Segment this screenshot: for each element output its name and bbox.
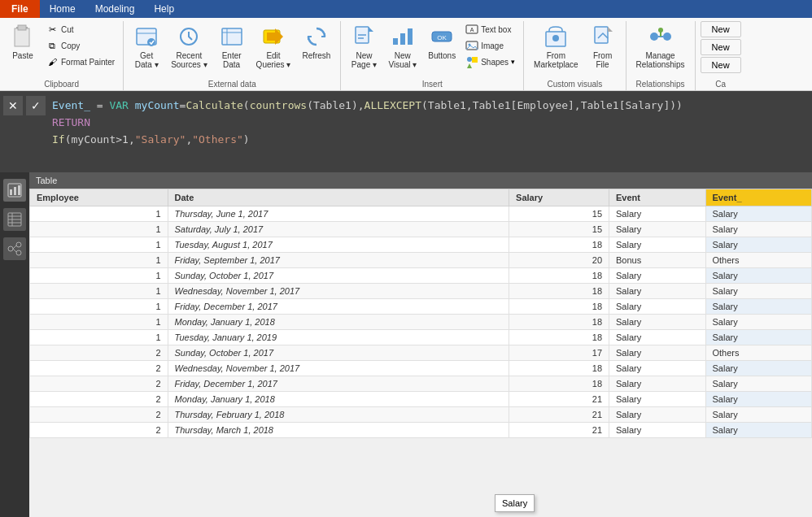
table-row: 1 Monday, January 1, 2018 18 Salary Sala… [30, 315, 812, 330]
cell-event: Bonus [609, 253, 705, 268]
cell-date: Friday, September 1, 2017 [168, 253, 509, 268]
modeling-tab[interactable]: Modeling [85, 0, 145, 18]
cell-event_: Salary [705, 392, 812, 407]
refresh-button[interactable]: Refresh [297, 21, 335, 63]
col-header-salary: Salary [509, 189, 609, 206]
cell-event: Salary [609, 206, 705, 222]
paste-button[interactable]: Paste [5, 21, 41, 63]
cell-salary: 21 [509, 423, 609, 438]
table-row: 2 Thursday, March 1, 2018 21 Salary Sala… [30, 423, 812, 438]
cell-employee: 2 [30, 423, 168, 438]
cell-date: Thursday, June 1, 2017 [168, 206, 509, 222]
cell-salary: 18 [509, 330, 609, 345]
cell-event: Salary [609, 345, 705, 361]
help-tab[interactable]: Help [144, 0, 184, 18]
cell-event: Salary [609, 407, 705, 423]
cell-salary: 18 [509, 315, 609, 330]
cut-button[interactable]: ✂ Cut [42, 21, 118, 37]
insert-label: Insert [422, 77, 443, 90]
new-visual-button[interactable]: New Visual ▾ [383, 21, 421, 72]
cell-event: Salary [609, 237, 705, 253]
enter-data-button[interactable]: Enter Data [214, 21, 250, 72]
left-sidebar [0, 172, 29, 517]
image-button[interactable]: Image [462, 37, 518, 54]
shapes-icon [465, 55, 478, 68]
new3-button[interactable]: New [701, 57, 741, 73]
svg-point-5 [147, 38, 155, 46]
cell-tooltip: Salary [495, 494, 535, 512]
svg-rect-2 [18, 25, 26, 30]
svg-text:A: A [470, 27, 474, 33]
format-painter-label: Format Painter [61, 58, 115, 67]
cell-date: Wednesday, November 1, 2017 [168, 284, 509, 299]
formula-confirm-button[interactable]: ✓ [26, 96, 46, 115]
svg-text:OK: OK [437, 34, 447, 41]
cell-date: Wednesday, November 1, 2017 [168, 361, 509, 376]
manage-relationships-button[interactable]: Manage Relationships [631, 21, 690, 72]
cell-event_: Salary [705, 299, 812, 315]
cell-event: Salary [609, 361, 705, 376]
image-label: Image [481, 41, 504, 50]
table-row: 1 Tuesday, January 1, 2019 18 Salary Sal… [30, 330, 812, 345]
from-marketplace-button[interactable]: From Marketplace [529, 21, 583, 72]
svg-marker-25 [467, 63, 472, 68]
edit-queries-label: Edit Queries ▾ [256, 51, 291, 69]
edit-queries-button[interactable]: Edit Queries ▾ [251, 21, 296, 72]
new-visual-label: New Visual ▾ [388, 51, 417, 69]
cell-employee: 2 [30, 376, 168, 392]
cut-label: Cut [61, 25, 74, 34]
cell-event: Salary [609, 376, 705, 392]
external-data-section: Get Data ▾ Recent Sources ▾ Enter Data E… [124, 21, 341, 90]
buttons-button[interactable]: OK Buttons [423, 21, 461, 63]
cell-event_: Salary [705, 284, 812, 299]
new2-button[interactable]: New [701, 39, 741, 55]
new1-button[interactable]: New [701, 21, 741, 37]
table-tab[interactable]: Table [36, 176, 57, 185]
recent-sources-icon [176, 24, 202, 50]
svg-rect-35 [10, 189, 12, 195]
table-row: 1 Friday, December 1, 2017 18 Salary Sal… [30, 299, 812, 315]
formula-cancel-button[interactable]: ✕ [3, 96, 23, 115]
buttons-icon: OK [429, 24, 455, 50]
svg-point-45 [16, 250, 21, 255]
copy-button[interactable]: ⧉ Copy [42, 37, 118, 54]
new-page-button[interactable]: New Page ▾ [346, 21, 382, 72]
report-view-icon[interactable] [3, 179, 26, 202]
shapes-button[interactable]: Shapes ▾ [462, 54, 518, 70]
copy-label: Copy [61, 41, 80, 50]
table-row: 2 Sunday, October 1, 2017 17 Salary Othe… [30, 345, 812, 361]
recent-sources-button[interactable]: Recent Sources ▾ [166, 21, 212, 72]
cell-date: Sunday, October 1, 2017 [168, 268, 509, 284]
data-view-icon[interactable] [3, 208, 26, 231]
cell-event_: Salary [705, 268, 812, 284]
table-container[interactable]: Employee Date Salary Event Event_ 1 Thur… [29, 189, 812, 517]
cell-event: Salary [609, 392, 705, 407]
get-data-button[interactable]: Get Data ▾ [129, 21, 164, 72]
svg-rect-14 [393, 38, 398, 45]
clipboard-section: Paste ✂ Cut ⧉ Copy 🖌 Format Painter Clip… [0, 21, 124, 90]
cell-date: Tuesday, January 1, 2019 [168, 330, 509, 345]
file-menu[interactable]: File [0, 0, 40, 18]
refresh-label: Refresh [302, 51, 330, 60]
table-row: 2 Wednesday, November 1, 2017 18 Salary … [30, 361, 812, 376]
text-box-button[interactable]: A Text box [462, 21, 518, 37]
cell-salary: 18 [509, 268, 609, 284]
cell-event_: Salary [705, 330, 812, 345]
cell-date: Friday, December 1, 2017 [168, 299, 509, 315]
table-row: 1 Tuesday, August 1, 2017 18 Salary Sala… [30, 237, 812, 253]
cell-date: Saturday, July 1, 2017 [168, 222, 509, 237]
model-view-icon[interactable] [3, 237, 26, 260]
home-tab[interactable]: Home [40, 0, 85, 18]
cell-event: Salary [609, 315, 705, 330]
formula-field-name: Event_ [52, 99, 90, 111]
cell-employee: 1 [30, 237, 168, 253]
format-painter-button[interactable]: 🖌 Format Painter [42, 54, 118, 70]
cell-event_: Others [705, 345, 812, 361]
from-file-button[interactable]: From File [585, 21, 621, 72]
relationships-label: Relationships [636, 77, 685, 90]
cell-date: Thursday, March 1, 2018 [168, 423, 509, 438]
formula-editor[interactable]: Event_ = VAR myCount=Calculate(countrows… [49, 94, 809, 169]
text-box-label: Text box [481, 25, 511, 34]
cell-date: Thursday, February 1, 2018 [168, 407, 509, 423]
new-page-icon [351, 24, 377, 50]
